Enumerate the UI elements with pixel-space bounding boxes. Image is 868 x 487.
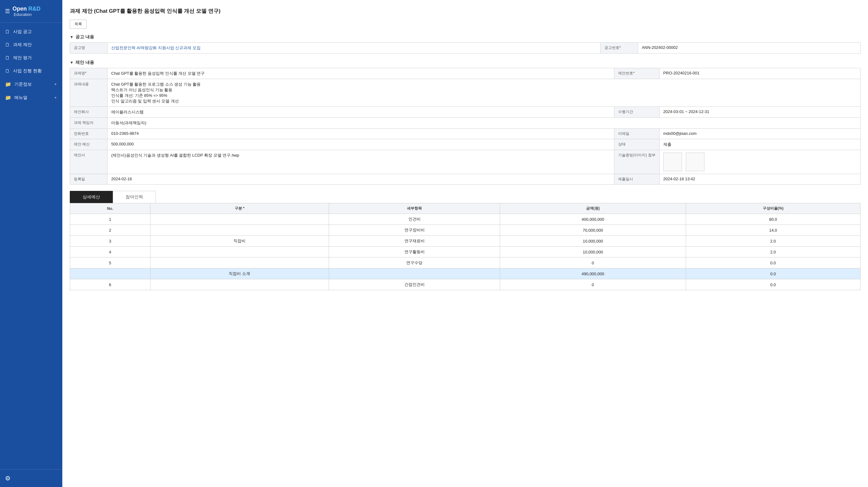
field-value: [659, 150, 860, 174]
table-row: 1인건비400,000,00080.0: [70, 214, 861, 225]
announcement-section-title: 공고 내용: [75, 34, 94, 40]
col-header-amount: 금액(원): [500, 203, 686, 214]
expand-icon: ＋: [54, 95, 57, 100]
settings-icon[interactable]: ⚙: [5, 475, 10, 482]
field-label: 이메일: [614, 129, 659, 139]
sidebar-footer: ⚙: [0, 469, 62, 487]
cell-no: 3: [70, 236, 151, 247]
table-header-row: No. 구분 * 세부항목 금액(원) 구성비율(%): [70, 203, 861, 214]
table-row: 5연구수당00.0: [70, 258, 861, 268]
proposal-section-header: ▼ 제안 내용: [70, 60, 861, 65]
sidebar-nav: 🗋 사업 공고 🗋 과제 제안 🗋 제안 평가 🗋 사업 진행 현황 📁 기준정…: [0, 23, 62, 469]
field-label: 제출일시: [614, 174, 659, 185]
field-value: 에이플러스시스템: [107, 107, 614, 118]
table-row: 제안 예산 500,000,000 상태 제출: [70, 139, 861, 150]
sidebar-item-project-proposal[interactable]: 🗋 과제 제안: [0, 38, 62, 52]
cell-no: 5: [70, 258, 151, 268]
announcement-section-header: ▼ 공고 내용: [70, 34, 861, 40]
field-label: 등록일: [70, 174, 107, 185]
cell-item: [329, 268, 500, 279]
cell-category: [150, 247, 329, 258]
sidebar-item-label: 사업 진행 현황: [13, 68, 42, 74]
cell-ratio: 0.0: [686, 258, 860, 268]
table-row: 과제 책임자 마동석(과제책임자): [70, 118, 861, 129]
announcement-link[interactable]: 산업전문인력 AI역량강화 지원사업 신규과제 모집: [111, 45, 200, 50]
field-value: 010-2365-9874: [107, 129, 614, 139]
cell-ratio: 14.0: [686, 225, 860, 236]
field-label: 공고명: [70, 43, 107, 54]
cell-no: 6: [70, 279, 151, 290]
table-row: 3직접비연구재료비10,000,0002.0: [70, 236, 861, 247]
doc-icon: 🗋: [5, 42, 10, 47]
table-row: 4연구활동비10,000,0002.0: [70, 247, 861, 258]
sidebar-logo: ☰ Open R&D Education: [0, 0, 62, 23]
field-label: 제안서: [70, 150, 107, 174]
cell-category: [150, 279, 329, 290]
hamburger-icon[interactable]: ☰: [5, 8, 10, 14]
cell-ratio: 2.0: [686, 247, 860, 258]
cell-ratio: 80.0: [686, 214, 860, 225]
tab-bar: 상세예산 참여인력: [70, 191, 861, 203]
cell-item: 연구활동비: [329, 247, 500, 258]
cell-item: 연구장비비: [329, 225, 500, 236]
doc-icon: 🗋: [5, 68, 10, 74]
cell-amount: 0: [500, 258, 686, 268]
field-value: 산업전문인력 AI역량강화 지원사업 신규과제 모집: [107, 43, 601, 54]
cell-category: [150, 225, 329, 236]
cell-item: 간접인건비: [329, 279, 500, 290]
cell-item: 연구재료비: [329, 236, 500, 247]
col-header-ratio: 구성비율(%): [686, 203, 860, 214]
table-row: 2연구장비비70,000,00014.0: [70, 225, 861, 236]
sidebar-item-label: 제안 평가: [13, 55, 32, 61]
col-header-no: No.: [70, 203, 151, 214]
sidebar-item-manual[interactable]: 📁 메뉴얼 ＋: [0, 91, 62, 104]
cell-ratio: 2.0: [686, 236, 860, 247]
chevron-down-icon: ▼: [70, 60, 73, 65]
field-value: 2024-02-16: [107, 174, 614, 185]
sidebar-item-label: 사업 공고: [13, 29, 32, 35]
field-value: Chat GPT를 활용한 프로그램 소스 생성 기능 활용 텍스트가 아닌 음…: [107, 79, 861, 107]
budget-table: No. 구분 * 세부항목 금액(원) 구성비율(%) 1인건비400,000,…: [70, 203, 861, 290]
sidebar-item-business-announcement[interactable]: 🗋 사업 공고: [0, 25, 62, 38]
cell-item: 연구수당: [329, 258, 500, 268]
cell-category: [150, 258, 329, 268]
list-button[interactable]: 목록: [70, 20, 87, 29]
field-label: 제안번호*: [614, 68, 659, 79]
sidebar-item-label: 기준정보: [14, 82, 32, 87]
tab-budget-detail[interactable]: 상세예산: [70, 191, 113, 203]
table-row: 공고명 산업전문인력 AI역량강화 지원사업 신규과제 모집 공고번호* ANN…: [70, 43, 861, 54]
cell-amount: 0: [500, 279, 686, 290]
tab-participants[interactable]: 참여인력: [113, 191, 156, 203]
sidebar-item-proposal-evaluation[interactable]: 🗋 제안 평가: [0, 52, 62, 64]
cell-item: 인건비: [329, 214, 500, 225]
cell-amount: 10,000,000: [500, 236, 686, 247]
table-row: 제안회사 에이플러스시스템 수행기간 2024-03-01 ~ 2024-12-…: [70, 107, 861, 118]
sidebar-item-criteria-info[interactable]: 📁 기준정보 ＋: [0, 77, 62, 91]
field-value: 2024-03-01 ~ 2024-12-31: [659, 107, 860, 118]
field-label: 공고번호*: [600, 43, 638, 54]
table-row: 직접비 소계490,000,0000.0: [70, 268, 861, 279]
field-value: 500,000,000: [107, 139, 614, 150]
field-label: 상태: [614, 139, 659, 150]
announcement-table: 공고명 산업전문인력 AI역량강화 지원사업 신규과제 모집 공고번호* ANN…: [70, 42, 861, 54]
sidebar-item-business-progress[interactable]: 🗋 사업 진행 현황: [0, 64, 62, 77]
cell-no: 1: [70, 214, 151, 225]
chevron-down-icon: ▼: [70, 35, 73, 39]
col-header-category: 구분 *: [150, 203, 329, 214]
proposal-section: ▼ 제안 내용 과제명* Chat GPT를 활용한 음성입력 인식률 개선 모…: [70, 60, 861, 185]
proposal-section-title: 제안 내용: [75, 60, 94, 65]
col-header-item: 세부항목: [329, 203, 500, 214]
field-label: 과제명*: [70, 68, 107, 79]
field-value: mds00@jisan.com: [659, 129, 860, 139]
cell-amount: 10,000,000: [500, 247, 686, 258]
table-row: 과제내용 Chat GPT를 활용한 프로그램 소스 생성 기능 활용 텍스트가…: [70, 79, 861, 107]
main-content: 과제 제안 (Chat GPT를 활용한 음성입력 인식률 개선 모델 연구) …: [62, 0, 868, 487]
field-label: 제안회사: [70, 107, 107, 118]
table-row: 6간접인건비00.0: [70, 279, 861, 290]
field-label: 수행기간: [614, 107, 659, 118]
image-thumb-2: [686, 153, 705, 171]
table-row: 과제명* Chat GPT를 활용한 음성입력 인식률 개선 모델 연구 제안번…: [70, 68, 861, 79]
sidebar: ☰ Open R&D Education 🗋 사업 공고 🗋 과제 제안 🗋 제…: [0, 0, 62, 487]
cell-category: 직접비 소계: [150, 268, 329, 279]
expand-icon: ＋: [54, 82, 57, 87]
